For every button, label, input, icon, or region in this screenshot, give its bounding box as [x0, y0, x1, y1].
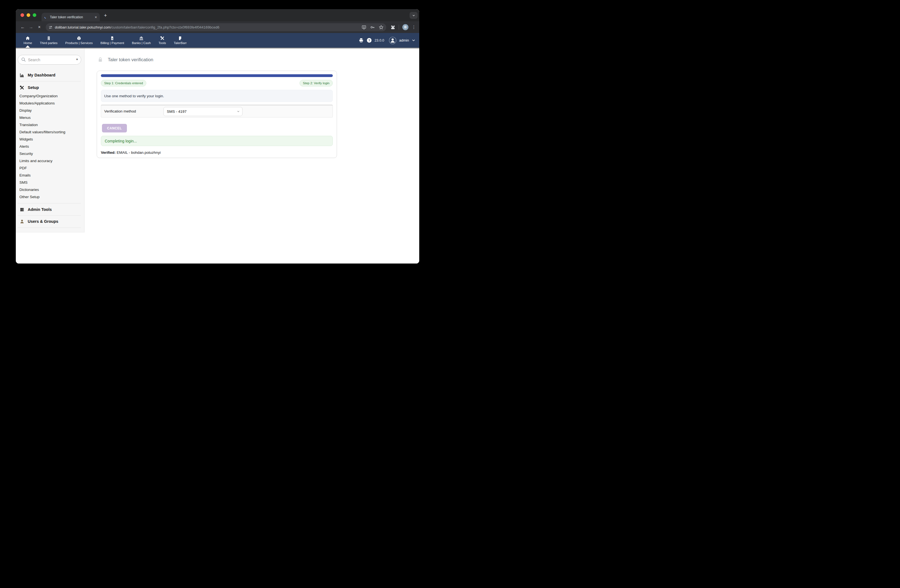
status-alert: Completing login... — [101, 136, 333, 146]
maximize-window-button[interactable] — [33, 13, 36, 17]
tab-title: Taler token verification — [50, 15, 92, 19]
sidebar-item-pdf[interactable]: PDF — [16, 164, 84, 172]
browser-profile-avatar[interactable]: B — [402, 24, 408, 30]
sidebar-section-setup[interactable]: Setup — [16, 84, 84, 92]
verified-label: Verified: — [101, 150, 116, 155]
browser-window: Taler token verification × + ← → × dolib… — [16, 9, 419, 264]
install-app-icon[interactable] — [362, 25, 366, 29]
sidebar-item-emails[interactable]: Emails — [16, 172, 84, 179]
bill-icon: $ — [110, 36, 115, 40]
menu-talerbarr[interactable]: TalerBarr — [170, 33, 191, 48]
active-menu-indicator — [25, 45, 30, 48]
sidebar-item-alerts[interactable]: Alerts — [16, 143, 84, 150]
tab-search-button[interactable] — [410, 12, 417, 19]
menu-billing-payment[interactable]: $ Billing | Payment — [96, 33, 128, 48]
page-title: Taler token verification — [108, 57, 153, 62]
sidebar-item-security[interactable]: Security — [16, 150, 84, 157]
sidebar-section-users-groups[interactable]: Users & Groups — [16, 217, 84, 225]
password-key-icon[interactable] — [370, 25, 375, 29]
instruction-box: Use one method to verify your login. — [101, 90, 333, 102]
url-path: /custom/talerbarr/talerconfig_2fa.php?ct… — [110, 25, 219, 29]
verification-method-label: Verification method — [104, 105, 136, 117]
menu-third-parties[interactable]: Third parties — [36, 33, 62, 48]
box-icon — [77, 36, 81, 40]
url-domain: dolibarr.tutorial.taler.potuzhnyi.com — [55, 25, 110, 29]
tools-icon — [160, 36, 164, 40]
tab-loading-spinner-icon — [44, 15, 48, 19]
sidebar-item-modules-applications[interactable]: Modules/Applications — [16, 100, 84, 107]
main-content: Taler token verification Step 1: Credent… — [84, 48, 419, 158]
minimize-window-button[interactable] — [26, 13, 30, 17]
step1-badge: Step 1: Credentials entered — [101, 80, 146, 87]
steps-row: Step 1: Credentials entered Step 2: Veri… — [101, 80, 333, 87]
setup-menu-list: Company/Organization Modules/Application… — [16, 93, 84, 201]
menu-home[interactable]: Home — [20, 33, 36, 48]
sidebar-item-translation[interactable]: Translation — [16, 121, 84, 129]
search-dropdown-caret-icon[interactable]: ▾ — [76, 57, 78, 61]
print-icon[interactable] — [358, 38, 364, 43]
site-info-icon[interactable] — [48, 25, 53, 29]
progress-bar — [101, 74, 333, 77]
browser-tab[interactable]: Taler token verification × — [42, 13, 100, 21]
sidebar-item-menus[interactable]: Menus — [16, 114, 84, 121]
help-icon[interactable]: ? — [366, 38, 372, 43]
sidebar-item-sms[interactable]: SMS — [16, 179, 84, 186]
dashboard-chart-icon — [20, 73, 24, 78]
menu-banks-cash[interactable]: Banks | Cash — [128, 33, 155, 48]
back-button[interactable]: ← — [19, 25, 26, 29]
user-icon — [20, 219, 24, 224]
search-icon — [21, 57, 26, 62]
sidebar-item-limits-accuracy[interactable]: Limits and accuracy — [16, 157, 84, 164]
user-menu-chevron-icon[interactable] — [412, 39, 415, 42]
traffic-lights — [20, 13, 36, 17]
sidebar-item-display[interactable]: Display — [16, 107, 84, 114]
bookmark-star-icon[interactable] — [379, 25, 383, 29]
tab-close-icon[interactable]: × — [95, 15, 97, 19]
app-body: ▾ My Dashboard Setup — [16, 48, 419, 264]
top-menu-right: ? 23.0.0 admin — [358, 37, 415, 44]
sidebar-section-admin-tools[interactable]: Admin Tools — [16, 206, 84, 213]
sidebar-divider — [18, 215, 81, 216]
cancel-button[interactable]: CANCEL — [102, 124, 127, 132]
sidebar-item-default-values[interactable]: Default values/filters/sorting — [16, 129, 84, 136]
stop-loading-button[interactable]: × — [36, 25, 43, 29]
app-top-menu: Home Third parties Products | Service — [16, 33, 419, 48]
search-input[interactable] — [18, 55, 81, 65]
extensions-puzzle-icon[interactable] — [390, 25, 396, 30]
browser-toolbar: ← → × dolibarr.tutorial.taler.potuzhnyi.… — [16, 21, 419, 33]
forward-button[interactable]: → — [28, 25, 35, 29]
sidebar-item-my-dashboard[interactable]: My Dashboard — [16, 71, 84, 79]
building-icon — [47, 36, 51, 40]
toolbar-right-cluster: B ⋮ — [390, 24, 416, 30]
left-sidebar: ▾ My Dashboard Setup — [16, 48, 84, 233]
menu-products-services[interactable]: Products | Services — [62, 33, 97, 48]
question-glyph: ? — [368, 39, 370, 42]
sidebar-item-other-setup[interactable]: Other Setup — [16, 193, 84, 201]
titlebar: Taler token verification × + — [16, 9, 419, 21]
address-bar[interactable]: dolibarr.tutorial.taler.potuzhnyi.com/cu… — [46, 23, 386, 31]
setup-tools-icon — [20, 85, 24, 90]
chevron-down-icon — [412, 14, 415, 17]
sidebar-item-company-organization[interactable]: Company/Organization — [16, 93, 84, 100]
sidebar-item-dictionaries[interactable]: Dictionaries — [16, 186, 84, 193]
menu-tools[interactable]: Tools — [155, 33, 170, 48]
new-tab-button[interactable]: + — [104, 12, 107, 19]
step2-badge: Step 2: Verify login — [299, 80, 333, 87]
desktop-background: Taler token verification × + ← → × dolib… — [0, 0, 434, 284]
verification-card: Step 1: Credentials entered Step 2: Veri… — [97, 71, 337, 158]
user-avatar-icon[interactable] — [389, 37, 397, 44]
close-window-button[interactable] — [20, 13, 24, 17]
logged-user-name[interactable]: admin — [399, 38, 409, 42]
verified-line: Verified: EMAIL - bohdan.potuzhnyi — [101, 150, 333, 155]
top-menu-items: Home Third parties Products | Service — [20, 33, 191, 48]
sidebar-divider — [18, 203, 81, 203]
verified-value: EMAIL - bohdan.potuzhnyi — [116, 150, 160, 155]
sidebar-item-widgets[interactable]: Widgets — [16, 136, 84, 143]
server-icon — [20, 207, 24, 212]
browser-menu-icon[interactable]: ⋮ — [412, 25, 416, 29]
page-header: Taler token verification — [98, 57, 419, 62]
toolbar-separator — [399, 25, 399, 29]
verification-method-row: Verification method SMS - 4197 — [101, 105, 333, 118]
url-text: dolibarr.tutorial.taler.potuzhnyi.com/cu… — [55, 25, 359, 29]
verification-method-select[interactable]: SMS - 4197 — [163, 107, 242, 116]
